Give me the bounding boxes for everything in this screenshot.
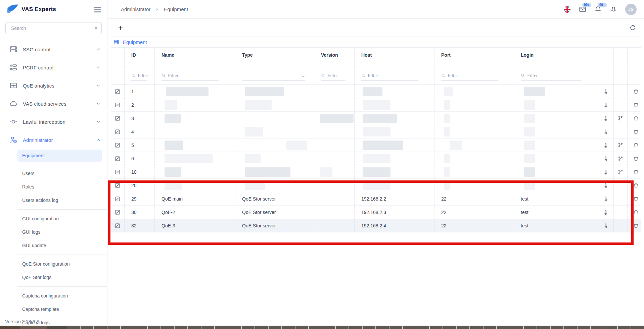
edit-row-icon[interactable] — [115, 196, 120, 202]
filter-input-id[interactable]: Filter — [131, 73, 147, 80]
trash-icon[interactable] — [633, 129, 639, 134]
filter-placeholder: Filter — [168, 73, 178, 78]
trash-icon[interactable] — [633, 210, 639, 215]
cell-type — [235, 125, 314, 138]
trash-icon[interactable] — [633, 156, 639, 161]
branch-icon[interactable] — [618, 169, 623, 175]
trash-icon[interactable] — [633, 116, 639, 121]
edit-row-icon[interactable] — [115, 129, 120, 134]
sidebar-subitem-roles[interactable]: Roles — [0, 180, 107, 194]
cell-id: 4 — [124, 125, 154, 138]
cell-host: 192.168.2.4 — [354, 219, 434, 232]
cell-type — [235, 112, 314, 125]
cell-host: 192.168.2.3 — [354, 206, 434, 219]
edit-row-icon[interactable] — [115, 210, 120, 215]
messages-button[interactable]: 99+ — [579, 6, 586, 13]
thermometer-cell — [598, 179, 613, 192]
redacted-block — [524, 181, 535, 190]
thermometer-icon[interactable] — [603, 156, 608, 161]
edit-row-icon[interactable] — [115, 89, 120, 94]
cell-host — [354, 152, 434, 165]
user-avatar[interactable]: JS — [625, 4, 637, 15]
thermometer-icon[interactable] — [603, 102, 608, 108]
edit-row-icon[interactable] — [115, 156, 120, 161]
trash-icon[interactable] — [633, 143, 639, 148]
table-row: 10 — [111, 165, 641, 179]
sidebar-item-ssg[interactable]: SSG control — [0, 40, 107, 58]
sidebar-item-administrator[interactable]: Administrator — [0, 131, 107, 149]
edit-row-icon[interactable] — [115, 116, 120, 121]
branch-icon[interactable] — [618, 116, 623, 121]
edit-row-icon[interactable] — [115, 223, 120, 228]
menu-toggle-button[interactable] — [93, 5, 102, 14]
breadcrumb-page[interactable]: Equipment — [164, 6, 188, 12]
clear-search-icon[interactable]: ✕ — [94, 25, 98, 31]
trash-icon[interactable] — [633, 183, 639, 188]
trash-icon[interactable] — [633, 89, 639, 94]
cell-version — [314, 98, 354, 111]
cell-version — [314, 85, 354, 98]
filter-input-port[interactable]: Filter — [441, 73, 498, 80]
sidebar-item-lawful[interactable]: Lawful interception — [0, 113, 107, 131]
sidebar-item-qoe[interactable]: QoE analytics — [0, 76, 107, 95]
edit-row-icon[interactable] — [115, 102, 120, 108]
sidebar-subitem-users[interactable]: Users — [0, 167, 107, 180]
sidebar-subitem-gui-update[interactable]: GUI update — [0, 239, 107, 252]
chevron-up-icon — [96, 137, 101, 143]
thermometer-icon[interactable] — [603, 223, 608, 228]
sidebar-subitem-captcha-template[interactable]: Captcha template — [0, 303, 107, 316]
trash-icon[interactable] — [633, 169, 639, 175]
cell-type: QoE Stor server — [235, 219, 314, 232]
filter-select-type[interactable] — [242, 74, 305, 80]
thermometer-icon[interactable] — [603, 129, 608, 134]
thermometer-icon[interactable] — [603, 89, 608, 94]
redacted-block — [245, 127, 263, 136]
search-input[interactable] — [10, 25, 94, 31]
edit-cell — [111, 219, 124, 232]
edit-row-icon[interactable] — [115, 169, 120, 175]
sidebar-subitem-qoe-stor-logs[interactable]: QoE Stor logs — [0, 271, 107, 284]
refresh-button[interactable] — [630, 24, 636, 31]
sidebar-subitem-users-actions-log[interactable]: Users actions log — [0, 194, 107, 207]
sidebar-subitem-captcha-configuration[interactable]: Captcha configuration — [0, 289, 107, 303]
sidebar-subitem-gui-configuration[interactable]: GUI configuration — [0, 212, 107, 225]
notifications-button[interactable]: 99+ — [594, 6, 602, 13]
cell-type: QoE Stor server — [235, 206, 314, 219]
debug-button[interactable] — [610, 6, 617, 13]
edit-row-icon[interactable] — [115, 143, 120, 148]
language-flag-icon[interactable] — [563, 6, 571, 13]
cell-port — [434, 152, 514, 165]
thermometer-icon[interactable] — [603, 183, 608, 188]
branch-icon[interactable] — [618, 156, 623, 161]
sidebar-subitem-active[interactable]: Equipment — [17, 150, 102, 162]
cell-host: 192.168.2.2 — [354, 192, 434, 205]
filter-input-login[interactable]: Filter — [521, 73, 581, 80]
breadcrumb-section[interactable]: Administrator — [121, 6, 150, 12]
redacted-block — [363, 114, 397, 123]
thermometer-icon[interactable] — [603, 196, 608, 202]
filter-input-host[interactable]: Filter — [361, 73, 418, 80]
sidebar-item-label: QoE analytics — [23, 83, 54, 89]
trash-icon[interactable] — [633, 102, 639, 108]
trash-icon[interactable] — [633, 223, 639, 228]
sidebar-item-pcrf[interactable]: PCRF control — [0, 58, 107, 76]
thermometer-icon[interactable] — [603, 143, 608, 148]
sidebar-subitem-qoe-stor-configuration[interactable]: QoE Stor configuration — [0, 257, 107, 271]
activity-icon — [9, 81, 17, 90]
thermometer-cell — [598, 139, 613, 152]
cell-login — [514, 152, 598, 165]
sidebar-subitem-gui-logs[interactable]: GUI logs — [0, 225, 107, 239]
add-equipment-button[interactable]: + — [118, 24, 123, 32]
thermometer-icon[interactable] — [603, 116, 608, 121]
trash-icon[interactable] — [633, 196, 639, 202]
equipment-panel: Equipment IDFilterNameFilterTypeVersionF… — [111, 37, 641, 232]
sidebar-item-cloud[interactable]: VAS cloud services — [0, 95, 107, 113]
filter-input-version[interactable]: Filter — [321, 73, 346, 80]
filter-input-name[interactable]: Filter — [162, 73, 219, 80]
thermometer-icon[interactable] — [603, 169, 608, 175]
content-area: + Equipment IDFilterNameFilterTypeVersio… — [107, 19, 644, 329]
branch-icon[interactable] — [618, 143, 623, 148]
edit-row-icon[interactable] — [115, 183, 120, 188]
sidebar-search[interactable]: ✕ — [5, 22, 102, 34]
thermometer-icon[interactable] — [603, 210, 608, 215]
